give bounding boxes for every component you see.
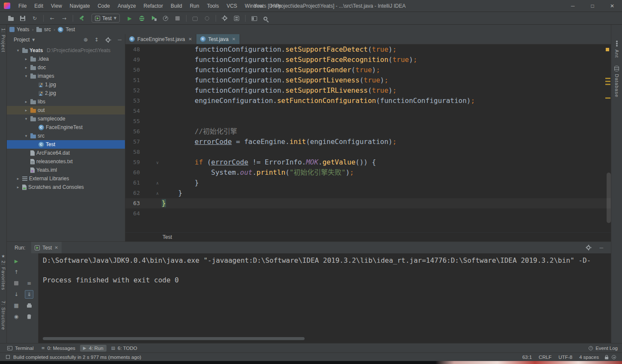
tree-item-external-libraries[interactable]: ▸External Libraries	[7, 174, 125, 183]
file-encoding[interactable]: UTF-8	[558, 355, 572, 360]
code-line-63[interactable]: 63}	[125, 198, 611, 208]
code-line-50[interactable]: 50 functionConfiguration.setSupportGende…	[125, 65, 611, 75]
lock-icon[interactable]	[605, 357, 608, 359]
fold-marker[interactable]: ∧	[140, 178, 162, 188]
chevron-down-icon[interactable]: ▾	[24, 134, 29, 138]
menu-navigate[interactable]: Navigate	[66, 0, 94, 12]
chevron-right-icon[interactable]: ▸	[24, 108, 29, 112]
console-scrollbar[interactable]	[43, 337, 305, 340]
tree-item-yeats[interactable]: ▾YeatsD:\Project\ideaProject\Yeats	[7, 46, 125, 55]
run-configuration-select[interactable]: Test ▼	[92, 14, 120, 23]
build-project-icon[interactable]	[76, 13, 87, 23]
maximize-button[interactable]: □	[583, 0, 602, 12]
code-line-60[interactable]: 60 System.out.println("初始化引擎失败");	[125, 167, 611, 178]
code-editor[interactable]: 48 functionConfiguration.setSupportFaceD…	[125, 44, 611, 232]
menu-build[interactable]: Build	[167, 0, 186, 12]
chevron-right-icon[interactable]: ▸	[24, 65, 29, 70]
soft-wrap-icon[interactable]: ≡	[25, 279, 33, 288]
dump-threads-icon[interactable]	[201, 13, 213, 23]
tree-item-samplecode[interactable]: ▾samplecode	[7, 114, 125, 123]
toolwindow-button-terminal[interactable]: Terminal	[4, 345, 36, 352]
tree-item-releasenotes-txt[interactable]: releasenotes.txt	[7, 157, 125, 166]
code-line-59[interactable]: 59∨ if (errorCode != ErrorInfo.MOK.getVa…	[125, 157, 611, 167]
forward-icon[interactable]: →	[59, 13, 70, 23]
synchronize-icon[interactable]: ↻	[29, 13, 40, 23]
code-line-55[interactable]: 55	[125, 116, 611, 126]
close-tab-icon[interactable]: ✕	[188, 37, 192, 41]
code-line-57[interactable]: 57 errorCode = faceEngine.init(engineCon…	[125, 137, 611, 147]
restore-layout-icon[interactable]: ▦	[12, 301, 21, 310]
stop-icon[interactable]	[172, 13, 183, 23]
open-icon[interactable]	[5, 13, 16, 23]
menu-analyze[interactable]: Analyze	[114, 0, 140, 12]
tree-item-scratches-and-consoles[interactable]: ▸Scratches and Consoles	[7, 183, 125, 191]
code-line-61[interactable]: 61∧ }	[125, 178, 611, 188]
settings-icon[interactable]	[219, 13, 230, 23]
code-line-53[interactable]: 53 engineConfiguration.setFunctionConfig…	[125, 96, 611, 106]
pin-tab-icon[interactable]: ◉	[12, 312, 21, 321]
tree-item-doc[interactable]: ▸doc	[7, 63, 125, 72]
tool-stripe-favorites[interactable]: 2: Favorites	[1, 261, 6, 290]
tree-item-faceenginetest[interactable]: CFaceEngineTest	[7, 123, 125, 132]
run-tab[interactable]: Test ✕	[31, 242, 61, 253]
breadcrumb-item-test[interactable]: CTest	[58, 26, 75, 32]
tree-item-arcface64-dat[interactable]: ArcFace64.dat	[7, 149, 125, 157]
tree-item-out[interactable]: ▸out	[7, 106, 125, 114]
line-separator[interactable]: CRLF	[539, 355, 551, 360]
run-console[interactable]: D:\Software\Java\JDK9.0.4\bin\java.exe "…	[39, 253, 611, 343]
tool-stripe-database[interactable]: Database	[611, 66, 622, 97]
menu-vcs[interactable]: VCS	[223, 0, 241, 12]
save-all-icon[interactable]	[17, 13, 28, 23]
rerun-icon[interactable]: ▶	[12, 257, 21, 265]
code-line-48[interactable]: 48 functionConfiguration.setSupportFaceD…	[125, 44, 611, 55]
breadcrumb-class[interactable]: Test	[163, 234, 172, 240]
warning-stripe-mark[interactable]	[605, 84, 610, 85]
run-icon[interactable]: ▶	[124, 13, 135, 23]
tree-item-libs[interactable]: ▸libs	[7, 97, 125, 106]
toolwindow-button-0-messages[interactable]: ≡0: Messages	[38, 345, 78, 352]
chevron-down-icon[interactable]: ▾	[24, 117, 29, 121]
tree-item-idea[interactable]: ▸.idea	[7, 55, 125, 63]
tool-stripe-structure[interactable]: 7: Structure	[1, 301, 6, 330]
scroll-to-end-icon[interactable]: ⇓	[25, 290, 33, 299]
run-settings-icon[interactable]	[586, 246, 590, 250]
debug-icon[interactable]	[136, 13, 147, 23]
chevron-down-icon[interactable]: ▾	[15, 48, 21, 53]
up-stack-trace-icon[interactable]: ↑	[12, 268, 21, 276]
code-line-49[interactable]: 49 functionConfiguration.setSupportFaceR…	[125, 55, 611, 65]
menu-edit[interactable]: Edit	[30, 0, 47, 12]
menu-refactor[interactable]: Refactor	[140, 0, 167, 12]
indent-style[interactable]: 4 spaces	[579, 355, 599, 360]
chevron-right-icon[interactable]: ▸	[15, 185, 21, 189]
fold-marker[interactable]: ∨	[140, 157, 162, 167]
background-tasks-icon[interactable]	[6, 355, 10, 359]
close-icon[interactable]: ✕	[54, 245, 58, 250]
code-line-64[interactable]: 64	[125, 208, 611, 219]
clear-all-icon[interactable]	[25, 312, 33, 321]
code-line-62[interactable]: 62∧ }	[125, 188, 611, 198]
tab-faceenginetest-java[interactable]: CFaceEngineTest.java✕	[125, 34, 196, 44]
indicator-icon[interactable]	[612, 355, 616, 359]
menu-view[interactable]: View	[47, 0, 66, 12]
tree-item-src[interactable]: ▾src	[7, 132, 125, 140]
chevron-right-icon[interactable]: ▸	[15, 176, 21, 181]
print-icon[interactable]	[25, 301, 33, 310]
toolwindow-button-4-run[interactable]: ▶4: Run	[80, 345, 107, 352]
warning-stripe-mark[interactable]	[605, 81, 610, 82]
minimize-button[interactable]: ─	[563, 0, 583, 12]
attach-process-icon[interactable]	[190, 13, 201, 23]
project-panel-title[interactable]: Project	[14, 37, 30, 43]
menu-file[interactable]: File	[15, 0, 30, 12]
code-line-56[interactable]: 56 //初始化引擎	[125, 126, 611, 137]
hide-run-panel-icon[interactable]: ─	[599, 245, 603, 251]
close-tab-icon[interactable]: ✕	[232, 37, 235, 41]
tree-item-2-jpg[interactable]: 2.jpg	[7, 89, 125, 97]
locate-file-icon[interactable]: ⊕	[83, 37, 88, 43]
menu-code[interactable]: Code	[94, 0, 114, 12]
tool-stripe-ant[interactable]: Ant	[611, 40, 622, 58]
code-line-58[interactable]: 58	[125, 147, 611, 157]
code-line-52[interactable]: 52 functionConfiguration.setSupportIRLiv…	[125, 85, 611, 96]
down-stack-trace-icon[interactable]: ↓	[12, 290, 21, 299]
tree-item-images[interactable]: ▾images	[7, 72, 125, 80]
back-icon[interactable]: ←	[47, 13, 58, 23]
